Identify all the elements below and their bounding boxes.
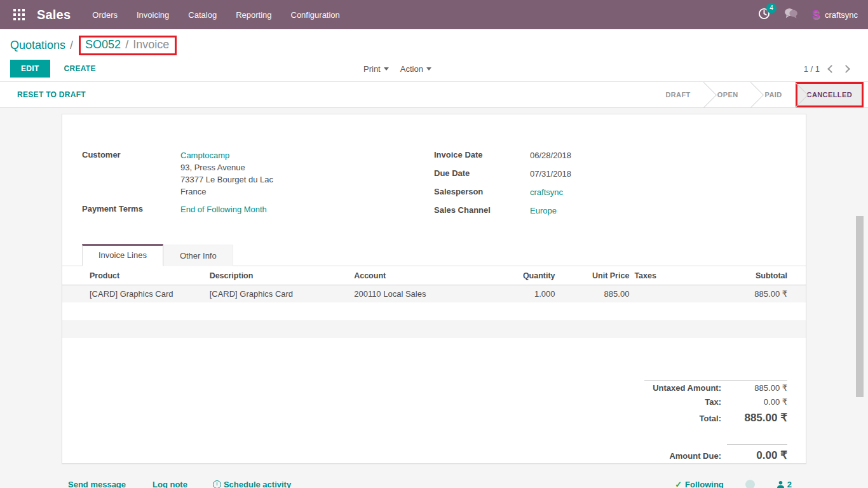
customer-address-line1: 93, Press Avenue bbox=[180, 161, 273, 173]
column-account[interactable]: Account bbox=[351, 266, 494, 285]
clock-icon bbox=[213, 480, 221, 488]
sales-channel-link[interactable]: Europe bbox=[530, 206, 557, 215]
column-unit-price[interactable]: Unit Price bbox=[558, 266, 632, 285]
following-label: Following bbox=[685, 480, 724, 488]
user-avatar: S bbox=[812, 9, 820, 20]
invoice-lines-table: Product Description Account Quantity Uni… bbox=[62, 266, 806, 356]
follower-avatar bbox=[745, 480, 755, 488]
empty-row bbox=[62, 338, 806, 356]
apps-grid-icon[interactable] bbox=[10, 6, 28, 24]
print-dropdown[interactable]: Print bbox=[363, 64, 389, 74]
total-label: Total: bbox=[644, 414, 727, 423]
create-button[interactable]: CREATE bbox=[64, 64, 96, 73]
reset-to-draft-button[interactable]: RESET TO DRAFT bbox=[0, 82, 93, 107]
customer-link[interactable]: Camptocamp bbox=[180, 149, 273, 161]
tab-other-info[interactable]: Other Info bbox=[163, 245, 233, 266]
cell-unit-price: 885.00 bbox=[558, 285, 632, 303]
breadcrumb-separator: / bbox=[65, 39, 78, 52]
untaxed-amount-label: Untaxed Amount: bbox=[644, 383, 727, 393]
totals-block: Untaxed Amount: 885.00 ₹ Tax: 0.00 ₹ Tot… bbox=[644, 380, 787, 464]
column-description[interactable]: Description bbox=[207, 266, 352, 285]
following-button[interactable]: ✓Following bbox=[675, 480, 724, 488]
amount-due-label: Amount Due: bbox=[644, 451, 727, 461]
breadcrumb-separator: / bbox=[121, 38, 133, 51]
follower-count-label: 2 bbox=[787, 480, 792, 488]
salesperson-link[interactable]: craftsync bbox=[530, 187, 563, 197]
cell-description: [CARD] Graphics Card bbox=[207, 285, 352, 303]
pager-value: 1 / 1 bbox=[804, 64, 820, 74]
breadcrumb-order[interactable]: SO052 bbox=[85, 38, 121, 51]
activity-count-badge: 4 bbox=[766, 3, 776, 13]
check-icon: ✓ bbox=[675, 480, 682, 488]
invoice-sheet: Customer Camptocamp 93, Press Avenue 733… bbox=[62, 114, 806, 464]
menu-orders[interactable]: Orders bbox=[92, 10, 118, 20]
tab-invoice-lines[interactable]: Invoice Lines bbox=[82, 244, 163, 266]
control-panel: Quotations / SO052 / Invoice EDIT CREATE… bbox=[0, 29, 868, 81]
schedule-activity-button[interactable]: Schedule activity bbox=[213, 480, 291, 488]
user-menu[interactable]: S craftsync bbox=[812, 9, 858, 20]
customer-address-line3: France bbox=[180, 186, 273, 198]
pager-previous-icon[interactable] bbox=[827, 65, 836, 73]
top-navbar: Sales Orders Invoicing Catalog Reporting… bbox=[0, 0, 868, 29]
column-taxes[interactable]: Taxes bbox=[632, 266, 692, 285]
chevron-down-icon bbox=[426, 67, 431, 71]
breadcrumb-quotations[interactable]: Quotations bbox=[10, 39, 65, 52]
empty-row bbox=[62, 302, 806, 320]
cell-subtotal: 885.00 ₹ bbox=[692, 285, 806, 303]
untaxed-amount-value: 885.00 ₹ bbox=[727, 383, 787, 393]
send-message-button[interactable]: Send message bbox=[68, 480, 126, 488]
pager-next-icon[interactable] bbox=[842, 65, 850, 73]
status-steps: DRAFT OPEN PAID CANCELLED bbox=[652, 82, 864, 107]
salesperson-label: Salesperson bbox=[434, 186, 530, 198]
status-step-draft[interactable]: DRAFT bbox=[652, 82, 703, 107]
column-product[interactable]: Product bbox=[62, 266, 207, 285]
payment-terms-link[interactable]: End of Following Month bbox=[180, 205, 267, 214]
cell-taxes bbox=[632, 285, 692, 303]
annotation-box-breadcrumb: SO052 / Invoice bbox=[79, 36, 177, 55]
vertical-scrollbar[interactable] bbox=[856, 216, 864, 397]
menu-invoicing[interactable]: Invoicing bbox=[137, 10, 169, 20]
total-value: 885.00 ₹ bbox=[727, 411, 787, 424]
cell-account: 200110 Local Sales bbox=[351, 285, 494, 303]
tax-label: Tax: bbox=[644, 397, 727, 407]
main-menu: Orders Invoicing Catalog Reporting Confi… bbox=[92, 10, 340, 20]
sales-channel-label: Sales Channel bbox=[434, 205, 530, 217]
payment-terms-label: Payment Terms bbox=[82, 203, 180, 215]
breadcrumb-current: Invoice bbox=[133, 38, 169, 51]
menu-reporting[interactable]: Reporting bbox=[236, 10, 271, 20]
pager: 1 / 1 bbox=[804, 64, 858, 74]
cell-quantity: 1.000 bbox=[494, 285, 558, 303]
column-quantity[interactable]: Quantity bbox=[494, 266, 558, 285]
menu-configuration[interactable]: Configuration bbox=[291, 10, 340, 20]
user-name: craftsync bbox=[825, 10, 858, 20]
notebook-tabs: Invoice Lines Other Info bbox=[62, 244, 806, 266]
cell-product: [CARD] Graphics Card bbox=[62, 285, 207, 303]
table-row[interactable]: [CARD] Graphics Card [CARD] Graphics Car… bbox=[62, 285, 806, 303]
tax-value: 0.00 ₹ bbox=[727, 397, 787, 407]
customer-address-line2: 73377 Le Bourget du Lac bbox=[180, 173, 273, 186]
empty-row bbox=[62, 320, 806, 338]
print-label: Print bbox=[363, 64, 381, 74]
activity-clock-icon[interactable]: 4 bbox=[758, 8, 770, 22]
invoice-date-value: 06/28/2018 bbox=[530, 149, 571, 161]
breadcrumb: Quotations / SO052 / Invoice bbox=[10, 34, 858, 56]
due-date-value: 07/31/2018 bbox=[530, 168, 571, 180]
chatter-bar: Send message Log note Schedule activity … bbox=[0, 480, 868, 488]
due-date-label: Due Date bbox=[434, 168, 530, 180]
log-note-button[interactable]: Log note bbox=[153, 480, 187, 488]
app-title[interactable]: Sales bbox=[37, 8, 71, 22]
chevron-down-icon bbox=[384, 67, 389, 71]
messages-icon[interactable] bbox=[784, 8, 798, 22]
statusbar: RESET TO DRAFT DRAFT OPEN PAID CANCELLED bbox=[0, 81, 868, 108]
table-header-row: Product Description Account Quantity Uni… bbox=[62, 266, 806, 285]
action-label: Action bbox=[400, 64, 423, 74]
column-subtotal[interactable]: Subtotal bbox=[692, 266, 806, 285]
edit-button[interactable]: EDIT bbox=[10, 60, 50, 78]
followers-button[interactable]: 2 bbox=[776, 480, 792, 488]
invoice-date-label: Invoice Date bbox=[434, 149, 530, 161]
schedule-activity-label: Schedule activity bbox=[224, 480, 291, 488]
amount-due-value: 0.00 ₹ bbox=[727, 444, 787, 462]
action-dropdown[interactable]: Action bbox=[400, 64, 431, 74]
menu-catalog[interactable]: Catalog bbox=[188, 10, 217, 20]
form-view: Customer Camptocamp 93, Press Avenue 733… bbox=[0, 108, 868, 488]
